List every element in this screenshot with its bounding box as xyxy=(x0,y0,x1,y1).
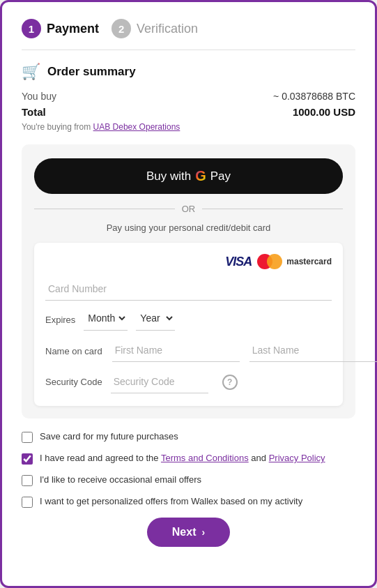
step-2-label: Verification xyxy=(137,22,198,36)
gpay-g-logo: G xyxy=(195,168,206,184)
payment-box: Buy with G Pay OR Pay using your persona… xyxy=(22,144,355,419)
year-select[interactable]: Year 202420252026 202720282029 2030 xyxy=(136,309,175,327)
cart-icon: 🛒 xyxy=(22,63,40,81)
first-name-input[interactable] xyxy=(112,339,240,362)
email-offers-row: I'd like to receive occasional email off… xyxy=(22,474,355,486)
next-button[interactable]: Next › xyxy=(147,518,230,547)
security-code-input[interactable] xyxy=(111,370,238,393)
card-form-box: VISA mastercard Expires Month 010203 040… xyxy=(34,243,343,406)
security-help-icon[interactable]: ? xyxy=(222,375,238,390)
security-code-label: Security Code xyxy=(45,377,102,387)
you-buy-label: You buy xyxy=(22,91,56,102)
or-text: OR xyxy=(182,204,196,214)
mc-orange-circle xyxy=(267,254,282,269)
month-select-wrap: Month 010203 040506 070809 101112 xyxy=(84,309,128,331)
email-offers-label: I'd like to receive occasional email off… xyxy=(40,474,201,485)
name-on-card-label: Name on card xyxy=(45,346,102,362)
divider-right xyxy=(202,209,343,209)
you-buy-row: You buy ~ 0.03878688 BTC xyxy=(22,91,355,102)
card-logos: VISA mastercard xyxy=(45,254,332,269)
terms-checkbox[interactable] xyxy=(22,453,33,465)
total-row: Total 1000.00 USD xyxy=(22,106,355,118)
personalized-row: I want to get personalized offers from W… xyxy=(22,496,355,508)
gpay-buy-label: Buy with xyxy=(146,169,191,183)
next-button-wrap: Next › xyxy=(22,518,355,547)
expires-row: Expires Month 010203 040506 070809 10111… xyxy=(45,309,332,331)
or-divider: OR xyxy=(34,204,343,214)
step-1-label: Payment xyxy=(47,22,99,36)
visa-logo: VISA xyxy=(225,255,252,269)
expires-label: Expires xyxy=(45,315,75,325)
gpay-pay-label: Pay xyxy=(210,169,231,183)
order-summary-title: Order summary xyxy=(47,65,136,79)
save-card-label: Save card for my future purchases xyxy=(40,431,178,442)
mastercard-logo: mastercard xyxy=(257,254,332,269)
email-offers-checkbox[interactable] xyxy=(22,475,33,486)
divider-left xyxy=(34,209,175,209)
save-card-row: Save card for my future purchases xyxy=(22,431,355,443)
step-payment: 1 Payment xyxy=(22,19,99,38)
year-select-wrap: Year 202420252026 202720282029 2030 xyxy=(136,309,175,331)
security-input-wrap xyxy=(111,370,208,393)
total-label: Total xyxy=(22,106,46,118)
buying-from: You're buying from UAB Debex Operations xyxy=(22,122,355,132)
privacy-link[interactable]: Privacy Policy xyxy=(269,453,325,463)
personalized-checkbox[interactable] xyxy=(22,497,33,508)
step-2-circle: 2 xyxy=(111,19,131,38)
last-name-input[interactable] xyxy=(249,339,377,362)
month-select[interactable]: Month 010203 040506 070809 101112 xyxy=(84,309,128,327)
buying-from-link[interactable]: UAB Debex Operations xyxy=(93,122,180,132)
payment-container: 1 Payment 2 Verification 🛒 Order summary… xyxy=(0,0,377,588)
step-verification: 2 Verification xyxy=(111,19,198,38)
total-value: 1000.00 USD xyxy=(293,106,355,118)
next-label: Next xyxy=(172,526,197,538)
terms-link[interactable]: Terms and Conditions xyxy=(161,453,249,463)
mc-label: mastercard xyxy=(286,257,332,266)
save-card-checkbox[interactable] xyxy=(22,432,33,443)
order-summary-header: 🛒 Order summary xyxy=(22,63,355,81)
terms-text: I have read and agreed to the Terms and … xyxy=(40,453,325,463)
gpay-button[interactable]: Buy with G Pay xyxy=(34,158,343,194)
card-number-input[interactable] xyxy=(45,278,332,301)
security-row: Security Code ? xyxy=(45,370,332,393)
name-row: Name on card xyxy=(45,339,332,362)
step-1-circle: 1 xyxy=(22,19,41,38)
steps-header: 1 Payment 2 Verification xyxy=(22,19,355,50)
next-arrow-icon: › xyxy=(202,527,206,538)
you-buy-value: ~ 0.03878688 BTC xyxy=(273,91,355,102)
pay-subtitle: Pay using your personal credit/debit car… xyxy=(34,223,343,233)
terms-row: I have read and agreed to the Terms and … xyxy=(22,453,355,465)
personalized-label: I want to get personalized offers from W… xyxy=(40,496,302,506)
